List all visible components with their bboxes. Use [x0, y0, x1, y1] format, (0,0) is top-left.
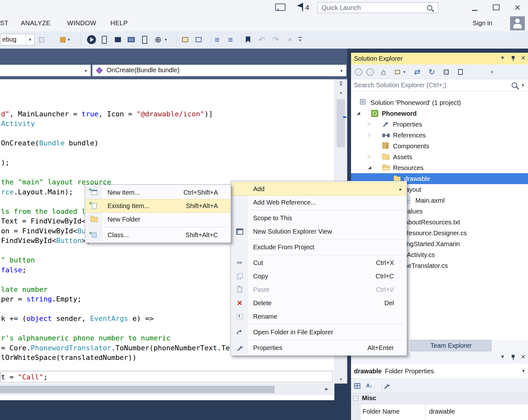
- categorized-icon[interactable]: [352, 381, 363, 391]
- tab-team-explorer[interactable]: Team Explorer: [411, 340, 492, 351]
- properties-category-row[interactable]: − Misc: [351, 393, 528, 404]
- start-debug-icon[interactable]: [85, 33, 98, 46]
- splitter-grip-icon[interactable]: ⇕: [335, 80, 347, 87]
- chevron-down-icon[interactable]: ▼: [521, 83, 525, 88]
- tree-item-references[interactable]: ▷References: [351, 130, 528, 141]
- tree-item-phoneword[interactable]: ◢Phoneword: [351, 108, 528, 119]
- menu-item-existing-item[interactable]: Existing Item...Shift+Alt+A: [86, 199, 230, 213]
- package-deploy-icon[interactable]: [112, 33, 124, 46]
- chevron-down-icon[interactable]: ▾: [163, 33, 169, 46]
- tree-item-label: References: [393, 130, 426, 141]
- device-emulator-icon[interactable]: [98, 33, 110, 46]
- menu-item-new-folder[interactable]: New Folder: [86, 213, 230, 226]
- menu-item-add[interactable]: Add▸: [231, 182, 406, 196]
- maximize-button[interactable]: [489, 1, 503, 14]
- menu-item-delete[interactable]: ×DeleteDel: [231, 296, 406, 310]
- menu-item-new-item[interactable]: New Item...Ctrl+Shift+A: [86, 186, 230, 199]
- solution-explorer-header[interactable]: Solution Explorer ▼ ×: [351, 53, 528, 65]
- menu-help[interactable]: HELP: [110, 19, 128, 27]
- device-monitor-icon[interactable]: [125, 33, 137, 46]
- chevron-down-icon[interactable]: ▾: [402, 66, 407, 77]
- close-icon[interactable]: ×: [521, 352, 525, 361]
- menu-item-new-solution-explorer-view[interactable]: New Solution Explorer View: [231, 225, 406, 238]
- minimize-button[interactable]: [467, 1, 482, 14]
- window-position-icon[interactable]: ▼: [500, 55, 505, 60]
- tree-item-assets[interactable]: ▷Assets: [351, 152, 528, 162]
- notification-count[interactable]: 4: [305, 4, 309, 12]
- show-all-files-icon[interactable]: [455, 66, 466, 77]
- toolbar-overflow-icon[interactable]: ▾: [294, 33, 306, 46]
- menu-item-class[interactable]: Class...Shift+Alt+C: [86, 228, 230, 242]
- new-window-icon[interactable]: [179, 33, 191, 46]
- alphabetical-sort-icon[interactable]: A↓: [364, 381, 375, 391]
- notifications-flag-icon[interactable]: [297, 3, 304, 12]
- menu-item-rename[interactable]: Rename: [231, 310, 406, 323]
- caret-position-marker: [343, 116, 346, 118]
- sync-with-active-document-icon[interactable]: ⇄: [412, 66, 423, 77]
- menu-st[interactable]: ST: [0, 19, 9, 27]
- device-log-icon[interactable]: [139, 33, 151, 46]
- menu-analyze[interactable]: ANALYZE: [21, 19, 51, 27]
- expand-icon[interactable]: ▷: [368, 122, 371, 126]
- home-icon[interactable]: ⌂: [378, 66, 389, 77]
- properties-object-dropdown[interactable]: drawable Folder Properties ▼: [351, 364, 528, 378]
- tree-item-solution-phoneword-1-project[interactable]: Solution 'Phoneword' (1 project): [351, 97, 528, 108]
- horizontal-scrollbar[interactable]: ▶: [0, 384, 334, 395]
- overflow-icon[interactable]: »: [487, 66, 498, 77]
- scroll-up-icon[interactable]: ▲: [335, 90, 347, 95]
- menu-item-scope-to-this[interactable]: Scope to This: [231, 211, 406, 225]
- pin-icon[interactable]: [511, 56, 516, 63]
- duplicate-window-icon[interactable]: [192, 33, 204, 46]
- menu-item-exclude-from-project[interactable]: Exclude From Project: [231, 240, 406, 254]
- close-button[interactable]: ×: [510, 1, 525, 14]
- menu-item-cut[interactable]: ✂CutCtrl+X: [231, 256, 406, 269]
- feedback-icon[interactable]: [275, 4, 285, 11]
- expand-icon[interactable]: ▷: [368, 133, 371, 137]
- outdent-icon[interactable]: ≡: [211, 33, 223, 46]
- menu-item-properties[interactable]: PropertiesAlt+Enter: [231, 341, 406, 354]
- menu-window[interactable]: WINDOW: [67, 19, 96, 27]
- bookmark-icon[interactable]: [242, 33, 254, 46]
- previous-bookmark-icon[interactable]: ↶: [256, 33, 268, 46]
- wrench-icon[interactable]: [381, 381, 392, 391]
- pin-icon[interactable]: [511, 354, 516, 362]
- close-icon[interactable]: ×: [521, 53, 525, 62]
- sign-in-link[interactable]: Sign in: [473, 19, 492, 27]
- menu-item-add-web-reference[interactable]: Add Web Reference...: [231, 196, 406, 209]
- window-position-icon[interactable]: ▼: [500, 354, 505, 359]
- collapse-category-icon[interactable]: −: [353, 396, 358, 401]
- back-icon[interactable]: ‹: [353, 66, 364, 77]
- property-value-cell[interactable]: drawable: [426, 404, 528, 420]
- collapse-icon[interactable]: ◢: [357, 111, 360, 115]
- members-dropdown[interactable]: OnCreate(Bundle bundle) ▼: [92, 65, 347, 76]
- collapse-icon[interactable]: ◢: [368, 165, 371, 169]
- tree-item-resources[interactable]: ◢Resources: [351, 162, 528, 173]
- se-view-icon: [231, 229, 248, 235]
- scroll-right-icon[interactable]: ▶: [325, 386, 328, 391]
- quick-launch-input[interactable]: [318, 4, 427, 12]
- new-item-icon: [86, 190, 102, 195]
- scroll-down-icon[interactable]: ▼: [335, 377, 347, 382]
- horizontal-scrollbar-thumb[interactable]: [0, 386, 275, 393]
- user-avatar-icon[interactable]: [510, 16, 525, 30]
- vertical-scrollbar-thumb[interactable]: [337, 99, 345, 147]
- collapse-all-icon[interactable]: −: [441, 66, 452, 77]
- tree-item-properties[interactable]: ▷Properties: [351, 119, 528, 130]
- refresh-icon[interactable]: ↻: [426, 66, 437, 77]
- expand-icon[interactable]: ▷: [368, 154, 371, 159]
- property-name-cell[interactable]: Folder Name: [361, 404, 426, 420]
- search-input[interactable]: [351, 81, 512, 89]
- menu-item-copy[interactable]: CopyCtrl+C: [231, 269, 406, 283]
- forward-icon[interactable]: ›: [364, 66, 375, 77]
- menu-item-open-folder-in-file-explorer[interactable]: Open Folder in File Explorer: [231, 325, 406, 339]
- chevron-down-icon[interactable]: ▾: [66, 33, 72, 46]
- indent-icon[interactable]: ≡: [224, 33, 236, 46]
- menu-item-shortcut: Ctrl+Shift+A: [183, 189, 230, 196]
- scope-to-icon[interactable]: [392, 66, 403, 77]
- search-icon[interactable]: [512, 82, 517, 88]
- types-dropdown[interactable]: ▼: [0, 65, 91, 76]
- next-bookmark-icon[interactable]: ↷: [270, 33, 282, 46]
- solution-configurations-dropdown[interactable]: ebug ▼: [0, 34, 35, 45]
- attach-to-process-icon[interactable]: ⊡: [36, 33, 48, 46]
- tree-item-components[interactable]: Components: [351, 141, 528, 152]
